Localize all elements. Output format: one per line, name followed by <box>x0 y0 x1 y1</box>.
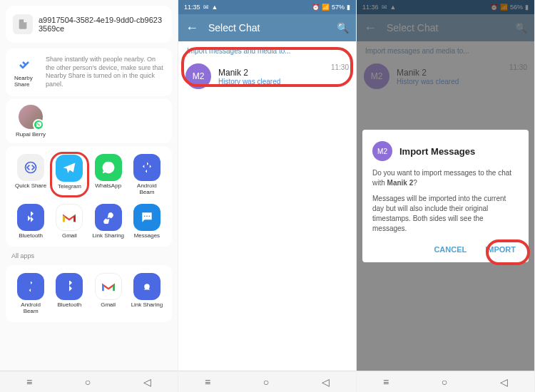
filename-text: a9917504-3582-4e19-9dd0-cb96233569ce <box>39 16 165 33</box>
gmail-icon <box>95 273 122 300</box>
svg-point-3 <box>148 215 150 217</box>
dialog-question: Do you want to import messages to the ch… <box>372 168 519 188</box>
telegram-header: ← Select Chat 🔍 <box>178 14 356 41</box>
svg-point-1 <box>144 215 146 217</box>
gmail-app[interactable]: Gmail <box>50 202 88 241</box>
import-button[interactable]: IMPORT <box>482 242 519 257</box>
app-grid-1: Quick Share Telegram WhatsApp Android Be… <box>6 146 172 247</box>
alarm-icon: ⏰ <box>312 4 320 11</box>
whatsapp-app[interactable]: WhatsApp <box>89 152 128 197</box>
dialog-title: Import Messages <box>399 146 475 157</box>
recent-apps-button[interactable]: ≡ <box>205 376 210 388</box>
back-button[interactable]: ◁ <box>143 376 151 388</box>
android-nav-bar: ≡ ○ ◁ <box>178 371 356 392</box>
telegram-select-chat-panel: 11:35✉▲ ⏰📶57%▮ ← Select Chat 🔍 Import me… <box>178 0 357 392</box>
android-nav-bar: ≡ ○ ◁ <box>357 371 534 392</box>
nearby-share-row[interactable]: Nearby Share Share instantly with people… <box>6 48 172 96</box>
messages-app[interactable]: Messages <box>128 202 166 241</box>
home-button[interactable]: ○ <box>442 376 447 388</box>
share-file-header: a9917504-3582-4e19-9dd0-cb96233569ce <box>6 6 172 43</box>
link-sharing-app-2[interactable]: Link Sharing <box>128 271 166 316</box>
bluetooth-app-2[interactable]: Bluetooth <box>50 271 88 316</box>
gmail-icon <box>56 204 83 231</box>
quick-share-icon <box>17 154 44 181</box>
back-button[interactable]: ◁ <box>500 376 508 388</box>
android-nav-bar: ≡ ○ ◁ <box>0 371 178 392</box>
modal-overlay[interactable]: M2 Import Messages Do you want to import… <box>357 0 534 392</box>
all-apps-label: All apps <box>0 249 178 262</box>
telegram-icon <box>56 155 83 182</box>
chat-time: 11:30 <box>331 63 349 71</box>
battery-icon: ▮ <box>347 4 350 11</box>
search-icon[interactable]: 🔍 <box>337 22 349 33</box>
whatsapp-icon <box>95 154 122 181</box>
recent-apps-button[interactable]: ≡ <box>26 376 32 388</box>
signal-icon: 📶 <box>322 4 330 11</box>
dialog-note: Messages will be imported into the curre… <box>372 194 519 234</box>
android-beam-app-2[interactable]: Android Beam <box>11 271 50 316</box>
import-dialog: M2 Import Messages Do you want to import… <box>362 130 529 262</box>
contact-rupal[interactable]: Rupal Berry <box>14 105 47 138</box>
back-button[interactable]: ◁ <box>322 376 330 388</box>
import-section-header: Import messages and media to... <box>178 41 356 58</box>
telegram-import-dialog-panel: 11:36✉▲ ⏰📶56%▮ ← Select Chat 🔍 Import me… <box>357 0 535 392</box>
chat-item-manik2[interactable]: M2 Manik 2 History was cleared 11:30 <box>178 58 356 95</box>
bluetooth-icon <box>56 273 83 300</box>
link-sharing-icon <box>95 204 122 231</box>
dialog-avatar: M2 <box>372 141 392 161</box>
android-beam-icon <box>17 273 44 300</box>
whatsapp-badge-icon <box>33 119 44 130</box>
back-arrow-icon[interactable]: ← <box>185 21 198 36</box>
nearby-share-desc: Share instantly with people nearby. On t… <box>46 56 163 89</box>
contacts-row: Rupal Berry <box>6 99 172 143</box>
link-sharing-app[interactable]: Link Sharing <box>89 202 128 241</box>
header-title: Select Chat <box>208 22 327 33</box>
status-bar: 11:35✉▲ ⏰📶57%▮ <box>178 0 356 14</box>
recent-apps-button[interactable]: ≡ <box>383 376 389 388</box>
svg-point-2 <box>146 215 148 217</box>
chat-name: Manik 2 <box>218 68 324 78</box>
document-icon <box>13 14 33 34</box>
cancel-button[interactable]: CANCEL <box>431 242 469 257</box>
telegram-app[interactable]: Telegram <box>50 152 88 197</box>
home-button[interactable]: ○ <box>263 376 269 388</box>
gmail-app-2[interactable]: Gmail <box>89 271 128 316</box>
messages-icon <box>133 204 160 231</box>
chat-subtitle: History was cleared <box>218 78 324 86</box>
nearby-share-icon: Nearby Share <box>14 56 37 88</box>
home-button[interactable]: ○ <box>85 376 91 388</box>
warning-icon: ▲ <box>212 4 218 11</box>
bluetooth-app[interactable]: Bluetooth <box>11 202 50 241</box>
chat-avatar: M2 <box>185 63 211 89</box>
android-beam-icon <box>133 154 160 181</box>
share-sheet-panel: a9917504-3582-4e19-9dd0-cb96233569ce Nea… <box>0 0 178 392</box>
link-sharing-icon <box>133 273 160 300</box>
app-grid-2: Android Beam Bluetooth Gmail Link Sharin… <box>6 265 172 322</box>
quick-share-app[interactable]: Quick Share <box>11 152 50 197</box>
dialog-actions: CANCEL IMPORT <box>372 242 519 257</box>
notification-icon: ✉ <box>203 4 209 11</box>
android-beam-app[interactable]: Android Beam <box>128 152 166 197</box>
bluetooth-icon <box>17 204 44 231</box>
